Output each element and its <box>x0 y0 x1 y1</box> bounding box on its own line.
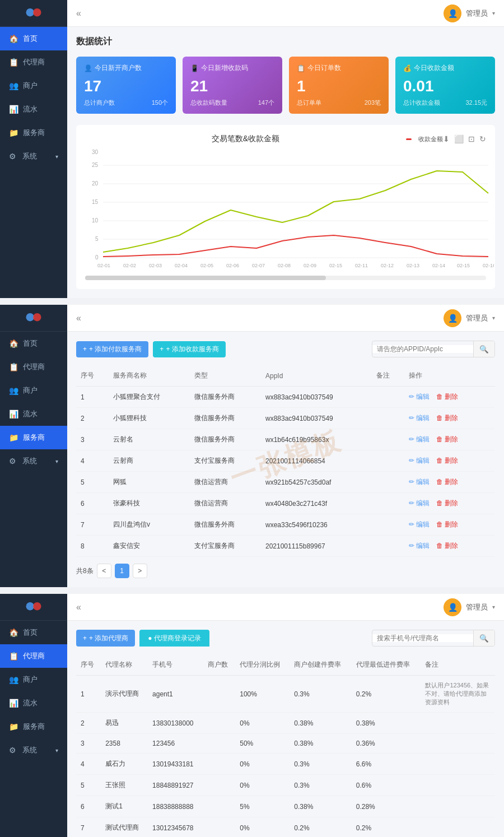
add-payment-service-button[interactable]: + + 添加付款服务商 <box>76 341 148 357</box>
refresh-icon[interactable]: ↻ <box>479 134 486 143</box>
svg-point-0 <box>26 8 34 16</box>
delete-link[interactable]: 🗑 删除 <box>436 393 458 401</box>
cell-no: 4 <box>76 450 109 472</box>
cell-min-fee: 0.38% <box>352 713 421 734</box>
delete-link[interactable]: 🗑 删除 <box>436 520 458 528</box>
pagination-current[interactable]: 1 <box>115 564 129 578</box>
cell-type: 微信服务外商 <box>190 514 261 536</box>
system-icon-3: ⚙ <box>9 746 18 755</box>
user-dropdown-icon-1[interactable]: ▾ <box>492 10 495 16</box>
cell-action: ✏ 编辑 🗑 删除 <box>404 536 495 557</box>
user-dropdown-icon-3[interactable]: ▾ <box>492 604 495 610</box>
stat-value-orders: 1 <box>297 77 381 95</box>
user-dropdown-icon-2[interactable]: ▾ <box>492 315 495 321</box>
sidebar-item-home-2[interactable]: 🏠 首页 <box>0 332 67 355</box>
edit-link[interactable]: ✏ 编辑 <box>409 414 430 422</box>
fullscreen-icon[interactable]: ⊡ <box>468 134 475 143</box>
service-search-button[interactable]: 🔍 <box>473 341 494 357</box>
delete-link[interactable]: 🗑 删除 <box>436 542 458 550</box>
agent-col-create-fee: 商户创建件费率 <box>290 654 351 676</box>
cell-note <box>372 514 404 536</box>
col-note: 备注 <box>372 365 404 387</box>
sidebar-item-service-1[interactable]: 📁 服务商 <box>0 121 67 145</box>
section-agent: 🏠 首页 📋 代理商 👥 商户 📊 流水 📁 服务商 ⚙ 系统 <box>0 594 504 837</box>
sidebar-item-system-3[interactable]: ⚙ 系统 ▾ <box>0 738 67 762</box>
cell-note: 默认用户123456、如果不对、请给代理商添加资源资料 <box>421 676 495 713</box>
edit-link[interactable]: ✏ 编辑 <box>409 393 430 401</box>
cell-merchants <box>203 775 235 796</box>
agent-icon-3: 📋 <box>9 652 18 661</box>
svg-point-33 <box>26 602 34 610</box>
cell-no: 6 <box>76 493 109 514</box>
table-row: 1 演示代理商 agent1 100% 0.3% 0.2% 默认用户123456… <box>76 676 495 713</box>
sidebar-nav-1: 🏠 首页 📋 代理商 👥 商户 📊 流水 📁 服务商 ⚙ 系统 <box>0 27 67 298</box>
system-icon-2: ⚙ <box>9 457 18 466</box>
collapse-icon-2[interactable]: « <box>76 313 81 323</box>
edit-link[interactable]: ✏ 编辑 <box>409 520 430 528</box>
sidebar-item-home-1[interactable]: 🏠 首页 <box>0 27 67 50</box>
sidebar-item-system-2[interactable]: ⚙ 系统 ▾ <box>0 449 67 473</box>
sidebar-item-agent-3[interactable]: 📋 代理商 <box>0 644 67 668</box>
sidebar-item-flow-1[interactable]: 📊 流水 <box>0 97 67 121</box>
edit-link[interactable]: ✏ 编辑 <box>409 478 430 486</box>
cell-appid: wx883ac9410b037549 <box>261 408 372 429</box>
delete-link[interactable]: 🗑 删除 <box>436 457 458 464</box>
sidebar-item-system-1[interactable]: ⚙ 系统 ▾ <box>0 145 67 168</box>
service-table-head: 序号 服务商名称 类型 AppId 备注 操作 <box>76 365 495 387</box>
delete-link[interactable]: 🗑 删除 <box>436 499 458 507</box>
sidebar-item-merchant-2[interactable]: 👥 商户 <box>0 379 67 402</box>
system-icon-1: ⚙ <box>9 152 18 161</box>
sidebar-item-service-2[interactable]: 📁 服务商 <box>0 426 67 449</box>
svg-text:02-02: 02-02 <box>123 263 136 268</box>
stat-sub-orders: 总订单单 203笔 <box>297 99 381 107</box>
cell-type: 支付宝服务商 <box>190 450 261 472</box>
cell-type: 微信运营商 <box>190 493 261 514</box>
stat-card-orders: 📋 今日订单数 1 总订单单 203笔 <box>289 57 389 114</box>
edit-link[interactable]: ✏ 编辑 <box>409 499 430 507</box>
service-search-input[interactable] <box>372 345 473 353</box>
agent-search-button[interactable]: 🔍 <box>473 630 494 646</box>
edit-link[interactable]: ✏ 编辑 <box>409 435 430 443</box>
agent-login-record-tab[interactable]: ● 代理商登录记录 <box>139 630 209 647</box>
pagination-prev[interactable]: < <box>97 564 111 578</box>
sidebar-item-flow-2[interactable]: 📊 流水 <box>0 402 67 426</box>
home-icon-2: 🏠 <box>9 339 18 348</box>
cell-name: 四川盘鸿信v <box>109 514 190 536</box>
agent-table-body: 1 演示代理商 agent1 100% 0.3% 0.2% 默认用户123456… <box>76 676 495 838</box>
service-table-header-row: 序号 服务商名称 类型 AppId 备注 操作 <box>76 365 495 387</box>
collapse-icon-1[interactable]: « <box>76 8 81 18</box>
cell-name: 2358 <box>101 734 148 754</box>
cell-note <box>372 408 404 429</box>
collapse-icon-3[interactable]: « <box>76 602 81 612</box>
agent-search-input[interactable] <box>372 634 473 642</box>
add-receipt-service-button[interactable]: + + 添加收款服务商 <box>153 341 225 357</box>
sidebar-nav-3: 🏠 首页 📋 代理商 👥 商户 📊 流水 📁 服务商 ⚙ 系统 <box>0 621 67 837</box>
sidebar-item-home-3[interactable]: 🏠 首页 <box>0 621 67 644</box>
svg-text:02-15: 02-15 <box>329 263 342 268</box>
cell-phone: agent1 <box>148 676 203 713</box>
chevron-down-icon-2: ▾ <box>55 458 58 464</box>
agent-col-note: 备注 <box>421 654 495 676</box>
svg-text:5: 5 <box>95 236 99 242</box>
delete-link[interactable]: 🗑 删除 <box>436 478 458 486</box>
agent-table: 序号 代理名称 手机号 商户数 代理分润比例 商户创建件费率 代理最低进件费率 … <box>76 654 495 837</box>
cell-name: 小狐狸科技 <box>109 408 190 429</box>
add-agent-button[interactable]: + + 添加代理商 <box>76 630 135 647</box>
edit-link[interactable]: ✏ 编辑 <box>409 542 430 550</box>
sidebar-item-flow-3[interactable]: 📊 流水 <box>0 691 67 715</box>
chart-scrollbar[interactable] <box>85 276 486 280</box>
sidebar-item-service-3[interactable]: 📁 服务商 <box>0 715 67 738</box>
plus-icon-2: + <box>160 345 164 353</box>
sidebar-item-merchant-1[interactable]: 👥 商户 <box>0 74 67 97</box>
sidebar-item-merchant-3[interactable]: 👥 商户 <box>0 668 67 691</box>
delete-link[interactable]: 🗑 删除 <box>436 414 458 422</box>
sidebar-item-agent-1[interactable]: 📋 代理商 <box>0 50 67 74</box>
delete-link[interactable]: 🗑 删除 <box>436 435 458 443</box>
expand-icon[interactable]: ⬜ <box>454 134 464 143</box>
sidebar-item-agent-2[interactable]: 📋 代理商 <box>0 355 67 379</box>
cell-action: ✏ 编辑 🗑 删除 <box>404 429 495 450</box>
download-icon[interactable]: ⬇ <box>443 134 450 143</box>
edit-link[interactable]: ✏ 编辑 <box>409 457 430 464</box>
pagination-next[interactable]: > <box>133 564 147 578</box>
sidebar-label-flow-3: 流水 <box>23 698 38 708</box>
